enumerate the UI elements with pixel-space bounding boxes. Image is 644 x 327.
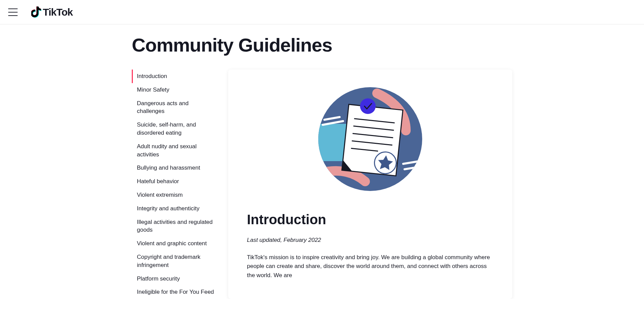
nav-item-ineligible-fyf[interactable]: Ineligible for the For You Feed bbox=[132, 285, 217, 299]
header: TikTok bbox=[0, 0, 644, 24]
section-heading: Introduction bbox=[247, 212, 494, 227]
logo[interactable]: TikTok bbox=[31, 6, 73, 18]
nav-item-bullying[interactable]: Bullying and harassment bbox=[132, 161, 217, 175]
nav-item-integrity[interactable]: Integrity and authenticity bbox=[132, 202, 217, 215]
tiktok-icon bbox=[31, 6, 41, 18]
nav-item-adult-nudity[interactable]: Adult nudity and sexual activities bbox=[132, 140, 217, 161]
hamburger-menu-button[interactable] bbox=[8, 8, 18, 16]
nav-item-introduction[interactable]: Introduction bbox=[132, 70, 217, 83]
svg-point-15 bbox=[360, 98, 376, 114]
logo-text: TikTok bbox=[43, 6, 73, 18]
nav-item-violent-extremism[interactable]: Violent extremism bbox=[132, 188, 217, 202]
section-illustration bbox=[247, 86, 494, 192]
last-updated: Last updated, February 2022 bbox=[247, 237, 494, 244]
nav-item-copyright[interactable]: Copyright and trademark infringement bbox=[132, 250, 217, 272]
intro-paragraph: TikTok's mission is to inspire creativit… bbox=[247, 253, 494, 280]
nav-item-violent-graphic[interactable]: Violent and graphic content bbox=[132, 237, 217, 250]
nav-item-hateful-behavior[interactable]: Hateful behavior bbox=[132, 175, 217, 188]
sidebar-nav: Introduction Minor Safety Dangerous acts… bbox=[132, 70, 217, 299]
nav-item-platform-security[interactable]: Platform security bbox=[132, 272, 217, 286]
nav-item-suicide-self-harm[interactable]: Suicide, self-harm, and disordered eatin… bbox=[132, 118, 217, 140]
nav-item-dangerous-acts[interactable]: Dangerous acts and challenges bbox=[132, 97, 217, 118]
content-card: Introduction Last updated, February 2022… bbox=[228, 70, 512, 299]
nav-item-minor-safety[interactable]: Minor Safety bbox=[132, 83, 217, 97]
document-illustration-icon bbox=[318, 86, 423, 192]
page-title: Community Guidelines bbox=[132, 34, 512, 56]
nav-item-illegal-activities[interactable]: Illegal activities and regulated goods bbox=[132, 215, 217, 237]
